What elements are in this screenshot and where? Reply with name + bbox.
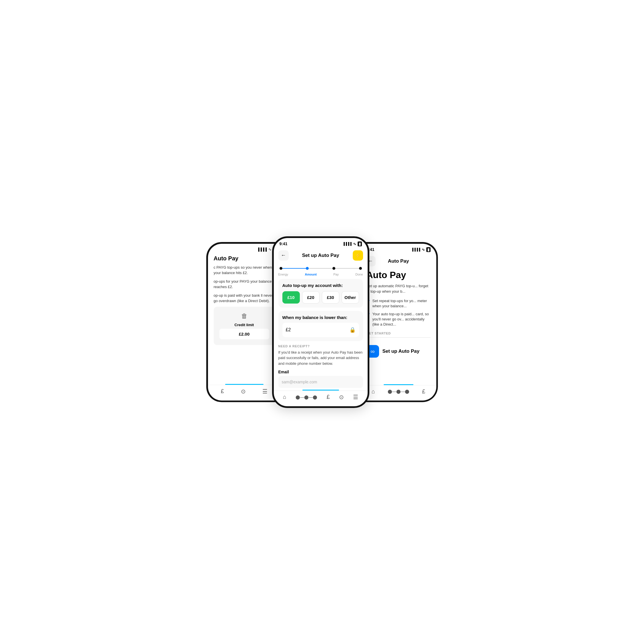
amount-btn-10[interactable]: £10 [282,291,300,304]
right-nav-pounds[interactable]: £ [422,388,425,395]
center-nav-meters[interactable]: ⬤—⬤—⬤ [296,395,317,399]
left-text2: op-ups for your PAYG your balance reache… [214,279,275,290]
left-text3: op-up is paid with your bank ll never go… [214,293,275,304]
right-desc: Set up automatic PAYG top-u... forget to… [366,283,431,294]
center-phone: 9:41 ▐▐▐▐ ∿ ▮ ← Set up Auto Pay ⚡ [272,236,369,408]
credit-card: 🗑 Credit limit £2.00 [214,307,275,345]
center-time: 9:41 [280,241,288,246]
right-signal-icon: ▐▐▐▐ [411,248,420,251]
check-list: ✓ Set repeat top-ups for yo... meter whe… [366,298,431,327]
step-dot-2 [332,267,335,270]
scene: ▐▐▐▐ ∿ ▮ Auto Pay c PAYG top-ups so you … [161,225,483,419]
amount-btn-20[interactable]: £20 [302,291,320,304]
center-status-icons: ▐▐▐▐ ∿ ▮ [342,241,362,246]
center-battery-icon: ▮ [358,241,362,246]
trash-icon: 🗑 [219,312,269,320]
phones-row: ▐▐▐▐ ∿ ▮ Auto Pay c PAYG top-ups so you … [206,236,438,408]
center-nav-header: ← Set up Auto Pay ⚡ [274,248,368,264]
center-nav-menu[interactable]: ☰ [353,394,358,401]
left-text1: c PAYG top-ups so you never when your ba… [214,265,275,276]
right-battery-icon: ▮ [426,247,431,252]
right-phone-wrapper: 9:41 ▐▐▐▐ ∿ ▮ ← Auto Pay Auto Pay Set [361,242,438,402]
right-big-title: Auto Pay [366,270,431,280]
center-nav-home[interactable]: ⌂ [283,394,286,400]
center-content: Auto top-up my account with: £10 £20 £30… [274,279,368,390]
left-nav-help[interactable]: ⊙ [241,388,246,395]
amount-card: Auto top-up my account with: £10 £20 £30… [278,279,363,308]
step-line-23 [335,268,359,269]
balance-field: £2 🔒 [282,323,359,337]
balance-value: £2 [286,327,291,332]
center-nav-pounds[interactable]: £ [326,394,330,400]
get-started-divider [366,337,431,338]
email-input[interactable]: sam@example.com [278,376,363,388]
amount-btn-30[interactable]: £30 [322,291,339,304]
amount-card-title: Auto top-up my account with: [282,283,359,288]
amount-btn-other[interactable]: Other [342,291,359,304]
right-nav-header: ← Auto Pay [361,254,436,270]
center-status-bar: 9:41 ▐▐▐▐ ∿ ▮ [274,238,368,248]
step-label-done: Done [355,273,363,276]
step-label-amount: Amount [305,273,317,276]
step-line-12 [309,268,332,269]
check-text-1: Set repeat top-ups for yo... meter when … [372,298,431,309]
left-title: Auto Pay [214,255,275,262]
step-dot-1 [306,267,309,270]
center-nav-title: Set up Auto Pay [289,253,353,258]
left-content: Auto Pay c PAYG top-ups so you never whe… [208,255,281,384]
left-phone-wrapper: ▐▐▐▐ ∿ ▮ Auto Pay c PAYG top-ups so you … [206,242,281,402]
left-nav-menu[interactable]: ☰ [262,388,267,395]
setup-autopay-button[interactable]: ∞ Set up Auto Pay [366,341,431,362]
email-label: Email [278,370,363,374]
right-wifi-icon: ∿ [422,247,425,252]
step-line-01 [282,268,306,269]
center-back-button[interactable]: ← [278,250,289,261]
amount-options: £10 £20 £30 Other [282,291,359,304]
center-bottom-nav: ⌂ ⬤—⬤—⬤ £ ⊙ ☰ [274,391,368,406]
right-nav-home[interactable]: ⌂ [372,388,375,395]
credit-value: £2.00 [219,329,269,339]
get-started-label: GET STARTED [366,332,431,335]
step-dot-3 [359,267,362,270]
step-labels: Energy Amount Pay Done [274,272,368,279]
center-nav-help[interactable]: ⊙ [339,394,344,401]
credit-label: Credit limit [219,323,269,327]
setup-autopay-label: Set up Auto Pay [383,348,420,354]
left-wifi-icon: ∿ [268,247,272,251]
stepper [274,264,368,272]
step-label-energy: Energy [278,273,288,276]
center-phone-wrapper: 9:41 ▐▐▐▐ ∿ ▮ ← Set up Auto Pay ⚡ [272,236,369,408]
step-label-pay: Pay [333,273,339,276]
step-dot-0 [280,267,282,270]
balance-card: When my balance is lower than: £2 🔒 [278,311,363,341]
left-phone: ▐▐▐▐ ∿ ▮ Auto Pay c PAYG top-ups so you … [206,242,281,402]
check-item-1: ✓ Set repeat top-ups for yo... meter whe… [366,298,431,309]
receipt-section: NEED A RECEIPT? If you'd like a receipt … [278,344,363,390]
center-wifi-icon: ∿ [353,242,356,246]
right-status-bar: 9:41 ▐▐▐▐ ∿ ▮ [361,244,436,254]
center-action-button[interactable]: ⚡ [353,250,363,261]
right-bottom-nav: ⌂ ⬤—⬤—⬤ £ [361,385,436,401]
right-phone: 9:41 ▐▐▐▐ ∿ ▮ ← Auto Pay Auto Pay Set [361,242,438,402]
center-signal-icon: ▐▐▐▐ [342,242,351,245]
left-signal-icon: ▐▐▐▐ [257,247,267,251]
check-item-2: ✓ Your auto top-up is paid... card, so y… [366,312,431,327]
right-nav-meters[interactable]: ⬤—⬤—⬤ [388,389,409,394]
right-content: Auto Pay Set up automatic PAYG top-u... … [361,270,436,384]
right-status-icons: ▐▐▐▐ ∿ ▮ [411,247,430,252]
lock-icon: 🔒 [349,327,356,333]
left-nav-pounds[interactable]: £ [221,388,224,395]
check-text-2: Your auto top-up is paid... card, so you… [372,312,431,327]
receipt-title: NEED A RECEIPT? [278,344,363,348]
left-bottom-nav: £ ⊙ ☰ [208,385,281,401]
balance-label: When my balance is lower than: [282,315,359,320]
receipt-desc: If you'd like a receipt when your Auto P… [278,350,363,366]
right-nav-title: Auto Pay [376,258,421,264]
